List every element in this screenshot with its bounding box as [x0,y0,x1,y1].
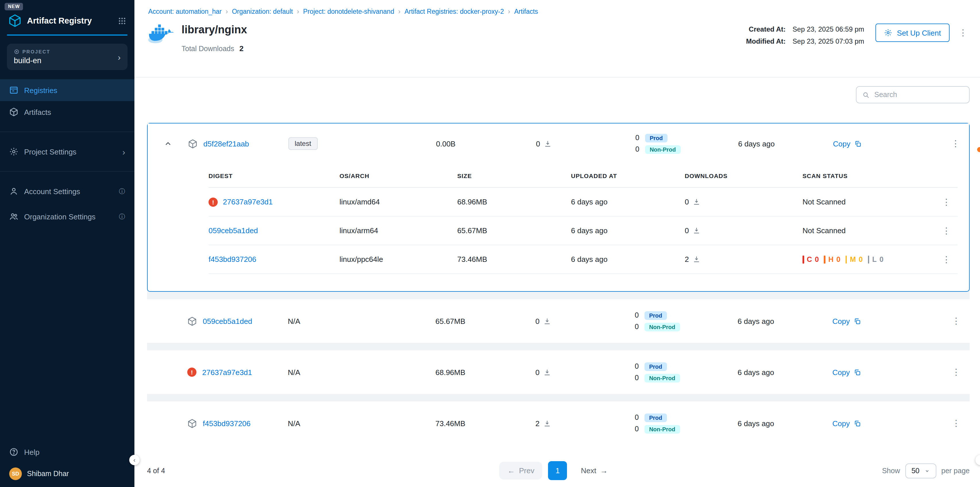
artifact-name-link[interactable]: 27637a97e3d1 [202,368,252,376]
breadcrumb-artifacts[interactable]: Artifacts [514,8,538,15]
page-number-button[interactable]: 1 [548,461,567,480]
column-header-size: SIZE [457,172,571,179]
help-icon [9,447,18,457]
sidebar-item-project-settings[interactable]: Project Settings › [0,141,134,162]
breadcrumb-separator: › [398,8,400,15]
sidebar-item-organization-settings[interactable]: Organization Settings ⓘ [0,205,134,228]
download-icon [544,140,552,147]
package-icon [188,139,197,148]
modified-at-value: Sep 23, 2025 07:03 pm [792,37,864,45]
main-content: Account: automation_har › Organization: … [134,0,980,487]
chevron-down-icon [924,468,930,474]
artifact-meta: Created At: Sep 23, 2025 06:59 pm Modifi… [746,25,864,45]
sidebar-divider [0,132,134,132]
organization-icon [9,212,18,221]
gear-icon [885,29,892,37]
row-menu-icon[interactable]: ⋮ [951,138,969,149]
sidebar-item-artifacts[interactable]: Artifacts [0,101,134,123]
copy-button[interactable]: Copy [832,317,913,325]
updated-time: 6 days ago [738,419,832,428]
search-input[interactable] [874,91,963,99]
per-page-label: per page [941,466,970,475]
digest-link[interactable]: 059ceb5a1ded [208,226,258,235]
sidebar-collapse-handle[interactable]: ‹ [129,455,140,465]
severity-critical: C 0 [802,255,819,263]
copy-button[interactable]: Copy [832,419,913,428]
module-grid-icon[interactable] [118,16,126,25]
row-menu-icon[interactable]: ⋮ [942,225,958,236]
prod-badge: Prod [644,362,667,371]
digest-link[interactable]: f453bd937206 [208,255,256,264]
severity-bar [868,255,869,263]
breadcrumb-organization[interactable]: Organization: default [232,8,293,15]
sidebar-item-account-settings[interactable]: Account Settings ⓘ [0,180,134,202]
digest-size: 65.67MB [457,226,571,235]
breadcrumb-registry[interactable]: Artifact Registries: docker-proxy-2 [404,8,504,15]
chevron-right-icon: › [118,53,121,61]
severity-bar [824,255,826,263]
row-menu-icon[interactable]: ⋮ [952,418,970,428]
search-box[interactable] [856,86,970,103]
modified-at-label: Modified At: [746,37,786,45]
nonprod-badge: Non-Prod [644,323,680,331]
artifact-name-link[interactable]: 059ceb5a1ded [203,317,252,325]
prod-badge: Prod [644,311,667,320]
sidebar-nav: Registries Artifacts [0,79,134,123]
severity-medium: M 0 [846,255,863,263]
row-menu-icon[interactable]: ⋮ [952,367,970,377]
row-menu-icon[interactable]: ⋮ [942,254,958,264]
prod-count: 0 [635,414,639,422]
download-icon [543,317,551,325]
scan-status: Not Scanned [802,197,920,206]
arrow-right-icon: → [600,466,608,475]
package-icon [187,316,197,326]
sidebar-item-help[interactable]: Help [0,441,134,463]
prev-page-button[interactable]: ← Prev [500,462,542,479]
header-menu-icon[interactable]: ⋮ [959,27,967,38]
row-menu-icon[interactable]: ⋮ [942,197,958,207]
copy-icon [854,368,861,376]
row-menu-icon[interactable]: ⋮ [952,316,970,326]
artifact-size: 73.46MB [436,419,535,428]
column-header-downloads: DOWNLOADS [685,172,802,179]
copy-button[interactable]: Copy [833,139,913,148]
download-icon [543,368,551,376]
digest-link[interactable]: 27637a97e3d1 [223,197,273,206]
next-page-button[interactable]: Next → [573,462,616,479]
nonprod-count: 0 [635,425,639,433]
created-at-label: Created At: [746,25,786,33]
chevron-up-icon[interactable] [164,139,172,148]
set-up-client-button[interactable]: Set Up Client [876,24,950,42]
digest-table: DIGEST OS/ARCH SIZE UPLOADED AT DOWNLOAD… [208,164,958,291]
digest-size: 68.96MB [457,197,571,206]
page-size-select[interactable]: 50 [905,463,936,478]
artifact-name-link[interactable]: f453bd937206 [203,419,250,428]
gear-icon [9,147,18,156]
column-header-uploaded-at: UPLOADED AT [571,172,685,179]
copy-icon [854,140,862,147]
project-selector[interactable]: PROJECT build-en › [7,44,127,70]
warning-icon: ! [208,197,218,207]
breadcrumb-account[interactable]: Account: automation_har [148,8,222,15]
artifact-name-link[interactable]: d5f28ef21aab [204,139,249,148]
scan-status: Not Scanned [802,226,920,235]
user-profile[interactable]: SD Shibam Dhar [0,463,134,487]
breadcrumb-separator: › [226,8,228,15]
download-icon [543,420,551,427]
nonprod-count: 0 [635,145,640,153]
breadcrumb-project[interactable]: Project: donotdelete-shivanand [303,8,394,15]
pagination: 4 of 4 ← Prev 1 Next → Show 50 [147,461,970,480]
download-count: 0 [685,197,689,206]
new-badge: NEW [5,3,23,10]
copy-button[interactable]: Copy [832,368,913,376]
column-header-os-arch: OS/ARCH [339,172,457,179]
download-icon [693,256,700,263]
artifacts-icon [9,107,18,116]
digest-row: 059ceb5a1ded linux/arm64 65.67MB 6 days … [208,216,958,245]
account-icon [9,187,18,196]
artifact-row: 059ceb5a1ded N/A 65.67MB 0 0 Prod [147,299,970,343]
info-icon: ⓘ [119,187,125,196]
column-header-digest: DIGEST [208,172,339,179]
sidebar-item-registries[interactable]: Registries [0,79,134,101]
created-at-value: Sep 23, 2025 06:59 pm [792,25,864,33]
